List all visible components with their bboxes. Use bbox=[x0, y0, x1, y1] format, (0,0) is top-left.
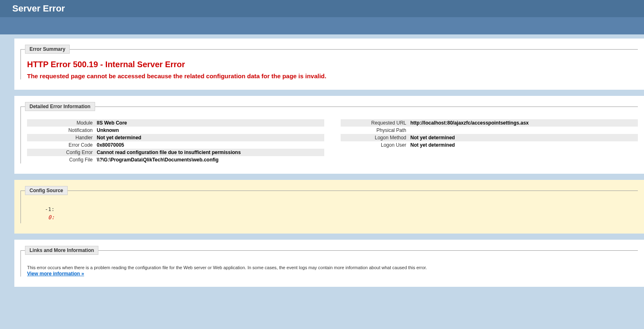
detail-row: Error Code0x80070005 bbox=[27, 141, 324, 149]
detail-value: Not yet determined bbox=[97, 135, 324, 141]
content-wrap: Error Summary HTTP Error 500.19 - Intern… bbox=[0, 34, 644, 297]
detail-columns: ModuleIIS Web CoreNotificationUnknownHan… bbox=[27, 117, 638, 163]
detail-value: Not yet determined bbox=[410, 135, 638, 141]
detailed-error-legend: Detailed Error Information bbox=[25, 102, 95, 111]
error-summary-panel: Error Summary HTTP Error 500.19 - Intern… bbox=[14, 39, 644, 90]
detail-row: Config ErrorCannot read configuration fi… bbox=[27, 149, 324, 156]
detailed-error-fieldset: Detailed Error Information ModuleIIS Web… bbox=[20, 102, 638, 163]
detail-value: 0x80070005 bbox=[97, 142, 324, 148]
detail-label: Config File bbox=[27, 157, 97, 163]
header-spacer bbox=[0, 17, 644, 34]
detail-row: Config File\\?\G:\ProgramData\QlikTech\D… bbox=[27, 156, 324, 163]
header-bar: Server Error bbox=[0, 0, 644, 34]
config-source-legend: Config Source bbox=[25, 186, 68, 195]
detail-row: Physical Path bbox=[341, 127, 638, 134]
detail-row: NotificationUnknown bbox=[27, 127, 324, 134]
detailed-error-panel: Detailed Error Information ModuleIIS Web… bbox=[14, 96, 644, 174]
detail-label: Notification bbox=[27, 127, 97, 133]
detail-row: Requested URLhttp://localhost:80/ajaxzfc… bbox=[341, 119, 638, 127]
detail-value bbox=[410, 127, 638, 133]
page-title: Server Error bbox=[0, 0, 644, 17]
detail-col-left: ModuleIIS Web CoreNotificationUnknownHan… bbox=[27, 119, 324, 163]
detail-label: Module bbox=[27, 120, 97, 126]
config-source-fieldset: Config Source -1: 0: bbox=[20, 186, 638, 223]
detail-row: Logon UserNot yet determined bbox=[341, 141, 638, 149]
config-source-body: -1: 0: bbox=[27, 201, 638, 223]
detail-label: Handler bbox=[27, 135, 97, 141]
error-summary-fieldset: Error Summary HTTP Error 500.19 - Intern… bbox=[20, 45, 638, 79]
error-title: HTTP Error 500.19 - Internal Server Erro… bbox=[27, 60, 638, 69]
detail-label: Requested URL bbox=[341, 120, 410, 126]
detail-label: Logon Method bbox=[341, 135, 410, 141]
links-info-panel: Links and More Information This error oc… bbox=[14, 240, 644, 287]
detail-col-right: Requested URLhttp://localhost:80/ajaxzfc… bbox=[341, 119, 638, 163]
config-source-panel: Config Source -1: 0: bbox=[14, 180, 644, 234]
error-summary-legend: Error Summary bbox=[25, 45, 70, 54]
detail-value: IIS Web Core bbox=[97, 120, 324, 126]
detail-value: Cannot read configuration file due to in… bbox=[97, 150, 324, 155]
detail-row: HandlerNot yet determined bbox=[27, 134, 324, 141]
config-line: -1: bbox=[35, 205, 630, 213]
view-more-link[interactable]: View more information » bbox=[27, 271, 84, 277]
error-subtitle: The requested page cannot be accessed be… bbox=[27, 73, 638, 79]
detail-label: Logon User bbox=[341, 142, 410, 148]
detail-label: Physical Path bbox=[341, 127, 410, 133]
detail-value: http://localhost:80/ajaxzfc/accesspoints… bbox=[410, 120, 638, 126]
detail-row: ModuleIIS Web Core bbox=[27, 119, 324, 127]
config-line: 0: bbox=[35, 213, 630, 222]
links-info-text: This error occurs when there is a proble… bbox=[27, 261, 638, 271]
detail-value: Not yet determined bbox=[410, 142, 638, 148]
detail-label: Config Error bbox=[27, 150, 97, 155]
detail-value: \\?\G:\ProgramData\QlikTech\Documents\we… bbox=[97, 157, 324, 163]
links-info-legend: Links and More Information bbox=[25, 246, 98, 255]
detail-label: Error Code bbox=[27, 142, 97, 148]
detail-row: Logon MethodNot yet determined bbox=[341, 134, 638, 141]
detail-value: Unknown bbox=[97, 127, 324, 133]
links-info-fieldset: Links and More Information This error oc… bbox=[20, 246, 638, 277]
